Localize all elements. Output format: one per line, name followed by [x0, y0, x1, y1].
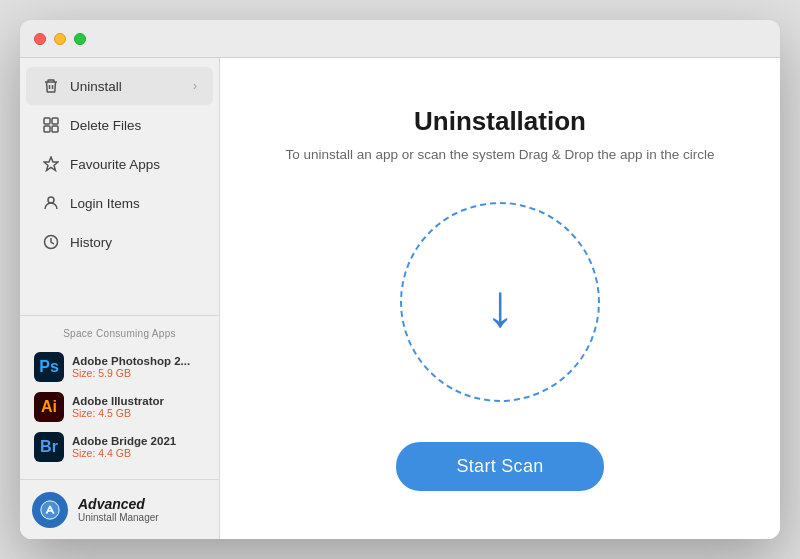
- footer-app-title: Advanced: [78, 496, 159, 512]
- app-body: Uninstall › Delete Files: [20, 58, 780, 539]
- sidebar-item-delete-files[interactable]: Delete Files: [26, 106, 213, 144]
- sidebar-item-uninstall[interactable]: Uninstall ›: [26, 67, 213, 105]
- app-name-illustrator: Adobe Illustrator: [72, 395, 205, 407]
- clock-icon: [42, 233, 60, 251]
- sidebar-item-history-label: History: [70, 235, 197, 250]
- app-logo-icon: [32, 492, 68, 528]
- app-name-photoshop: Adobe Photoshop 2...: [72, 355, 205, 367]
- sidebar-item-history[interactable]: History: [26, 223, 213, 261]
- list-item[interactable]: Ai Adobe Illustrator Size: 4.5 GB: [30, 387, 209, 427]
- svg-rect-3: [52, 118, 58, 124]
- sidebar-footer: Advanced Uninstall Manager: [20, 479, 219, 539]
- drop-arrow-icon: ↓: [485, 276, 515, 336]
- footer-app-subtitle: Uninstall Manager: [78, 512, 159, 523]
- main-content: Uninstallation To uninstall an app or sc…: [220, 58, 780, 539]
- title-bar: [20, 20, 780, 58]
- minimize-button[interactable]: [54, 33, 66, 45]
- app-icon-bridge: Br: [34, 432, 64, 462]
- maximize-button[interactable]: [74, 33, 86, 45]
- app-window: Uninstall › Delete Files: [20, 20, 780, 539]
- app-icon-photoshop: Ps: [34, 352, 64, 382]
- svg-rect-5: [52, 126, 58, 132]
- trash-icon: [42, 77, 60, 95]
- sidebar-item-delete-files-label: Delete Files: [70, 118, 197, 133]
- space-consuming-label: Space Consuming Apps: [30, 328, 209, 339]
- start-scan-button[interactable]: Start Scan: [396, 442, 603, 491]
- svg-point-7: [48, 197, 54, 203]
- app-size-bridge: Size: 4.4 GB: [72, 447, 205, 459]
- app-icon-illustrator: Ai: [34, 392, 64, 422]
- list-item[interactable]: Br Adobe Bridge 2021 Size: 4.4 GB: [30, 427, 209, 467]
- sidebar-item-uninstall-label: Uninstall: [70, 79, 183, 94]
- chevron-right-icon: ›: [193, 79, 197, 93]
- space-consuming-section: Space Consuming Apps Ps Adobe Photoshop …: [20, 315, 219, 479]
- svg-rect-2: [44, 118, 50, 124]
- svg-point-10: [41, 500, 59, 518]
- app-size-photoshop: Size: 5.9 GB: [72, 367, 205, 379]
- page-title: Uninstallation: [414, 106, 586, 137]
- star-icon: [42, 155, 60, 173]
- app-size-illustrator: Size: 4.5 GB: [72, 407, 205, 419]
- sidebar-item-login-items[interactable]: Login Items: [26, 184, 213, 222]
- grid-icon: [42, 116, 60, 134]
- sidebar: Uninstall › Delete Files: [20, 58, 220, 539]
- sidebar-nav: Uninstall › Delete Files: [20, 58, 219, 315]
- list-item[interactable]: Ps Adobe Photoshop 2... Size: 5.9 GB: [30, 347, 209, 387]
- sidebar-item-favourite-apps[interactable]: Favourite Apps: [26, 145, 213, 183]
- drop-zone-circle[interactable]: ↓: [400, 202, 600, 402]
- app-name-bridge: Adobe Bridge 2021: [72, 435, 205, 447]
- close-button[interactable]: [34, 33, 46, 45]
- svg-marker-6: [44, 157, 58, 171]
- page-subtitle: To uninstall an app or scan the system D…: [285, 147, 714, 162]
- sidebar-item-favourite-apps-label: Favourite Apps: [70, 157, 197, 172]
- sidebar-item-login-items-label: Login Items: [70, 196, 197, 211]
- svg-rect-4: [44, 126, 50, 132]
- login-icon: [42, 194, 60, 212]
